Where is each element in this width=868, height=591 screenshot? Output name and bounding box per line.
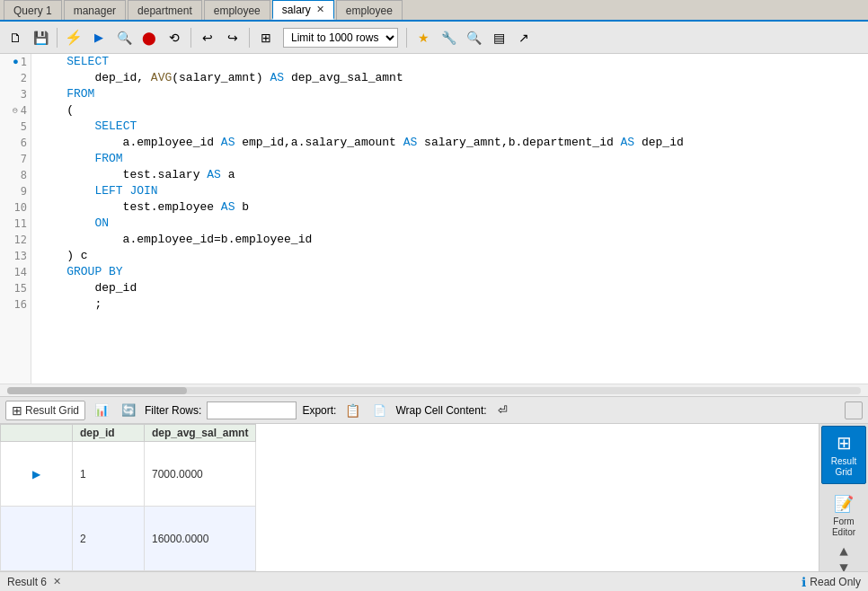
code-line-1: SELECT <box>39 54 861 70</box>
line-number-15: 15 <box>4 280 27 296</box>
scroll-down-button[interactable]: ▼ <box>821 560 866 571</box>
result-label: Result 6 <box>7 576 47 588</box>
keyword: LEFT JOIN <box>94 184 157 198</box>
row-marker-header <box>1 425 73 442</box>
keyword: AS <box>221 136 235 149</box>
line-number-12: 12 <box>4 232 27 248</box>
result-grid[interactable]: dep_id dep_avg_sal_amnt ▶17000.000021600… <box>0 424 819 571</box>
row-arrow: ▶ <box>32 468 40 481</box>
result-grid-tab[interactable]: ⊞ Result Grid <box>5 401 85 420</box>
toolbar: 🗋 💾 ⚡ ▶ 🔍 ⬤ ⟲ ↩ ↪ ⊞ Limit to 1000 rows L… <box>0 22 868 54</box>
code-text: a <box>221 168 235 181</box>
schema-button[interactable]: ▤ <box>487 26 510 49</box>
keyword: GROUP BY <box>66 265 122 278</box>
code-text: ; <box>39 297 102 311</box>
line-number-2: 2 <box>4 70 27 86</box>
code-text: emp_id,a.salary_amount <box>235 136 403 149</box>
scroll-up-button[interactable]: ▲ <box>821 544 866 560</box>
new-file-button[interactable]: 🗋 <box>4 26 27 49</box>
code-line-3: FROM <box>39 86 861 102</box>
table-row[interactable]: ▶17000.0000 <box>1 442 256 507</box>
result-chart-button[interactable]: 📊 <box>91 400 112 421</box>
toggle-button[interactable]: ⊞ <box>254 26 278 49</box>
code-text: a.employee_id=b.employee_id <box>39 233 312 246</box>
code-line-8: test.salary AS a <box>39 167 861 183</box>
line-number-3: 3 <box>4 86 27 102</box>
tab-salary[interactable]: salary ✕ <box>272 0 334 20</box>
code-line-4: ( <box>39 102 861 119</box>
breakpoint-dot: ● <box>13 54 18 70</box>
line-number-14: 14 <box>4 264 27 280</box>
table-row[interactable]: 216000.0000 <box>1 507 256 571</box>
form-editor-sidebar-btn[interactable]: 📝 FormEditor <box>821 488 866 544</box>
tab-department[interactable]: department <box>128 0 202 20</box>
status-left: Result 6 ✕ <box>7 576 794 588</box>
form-editor-sidebar-icon: 📝 <box>834 494 854 514</box>
cell-row0-col0: 1 <box>73 442 145 507</box>
code-text: (salary_amnt) <box>172 71 270 84</box>
wrap-content-button[interactable]: ⏎ <box>492 400 514 421</box>
code-line-16: ; <box>39 296 861 313</box>
collapse-icon[interactable]: ⊖ <box>13 102 18 119</box>
result-grid-sidebar-btn[interactable]: ⊞ ResultGrid <box>821 426 866 484</box>
export-csv-button[interactable]: 📄 <box>368 400 390 421</box>
stop-button[interactable]: ⬤ <box>137 26 161 49</box>
result-toolbar: ⊞ Result Grid 📊 🔄 Filter Rows: Export: 📋… <box>0 397 868 424</box>
editor-area: ●123⊖45678910111213141516 SELECT dep_id,… <box>0 54 868 384</box>
line-number-11: 11 <box>4 216 27 232</box>
limit-select[interactable]: Limit to 1000 rows Limit to 200 rows Don… <box>283 28 398 48</box>
form-editor-sidebar-label: FormEditor <box>832 516 855 538</box>
line-numbers: ●123⊖45678910111213141516 <box>0 54 31 384</box>
redo-button[interactable]: ↪ <box>221 26 244 49</box>
line-number-1: ●1 <box>4 54 27 70</box>
bookmarks-button[interactable]: ★ <box>412 26 435 49</box>
separator1 <box>57 28 58 48</box>
code-line-7: FROM <box>39 151 861 167</box>
search-button[interactable]: 🔍 <box>462 26 485 49</box>
code-line-12: a.employee_id=b.employee_id <box>39 232 861 248</box>
function-name: AVG <box>151 71 172 84</box>
line-number-4: ⊖4 <box>4 102 27 119</box>
code-text <box>39 71 94 84</box>
result-refresh-button[interactable]: 🔄 <box>118 400 139 421</box>
tab-employee1[interactable]: employee <box>204 0 270 20</box>
inspect-button[interactable]: 🔧 <box>437 26 460 49</box>
execute-selection-button[interactable]: ▶ <box>87 26 111 49</box>
copy-row-button[interactable] <box>845 401 863 419</box>
tab-employee2[interactable]: employee <box>336 0 403 20</box>
export-spreadsheet-button[interactable]: 📋 <box>341 400 363 421</box>
line-number-16: 16 <box>4 296 27 313</box>
keyword: FROM <box>94 152 122 165</box>
keyword: ON <box>94 216 109 230</box>
separator2 <box>190 28 191 48</box>
tab-manager[interactable]: manager <box>64 0 126 20</box>
row-marker-1 <box>1 507 73 571</box>
read-only-label: Read Only <box>810 576 861 588</box>
save-button[interactable]: 💾 <box>29 26 52 49</box>
explain-button[interactable]: 🔍 <box>112 26 136 49</box>
code-line-15: dep_id <box>39 280 861 296</box>
export-label: Export: <box>302 404 336 417</box>
refresh-button[interactable]: ⟲ <box>163 26 186 49</box>
col-dep-avg[interactable]: dep_avg_sal_amnt <box>145 425 256 442</box>
tab-close-icon[interactable]: ✕ <box>316 4 324 15</box>
status-close-button[interactable]: ✕ <box>53 576 61 587</box>
tab-query1[interactable]: Query 1 <box>4 0 62 20</box>
undo-button[interactable]: ↩ <box>196 26 219 49</box>
filter-input[interactable] <box>207 401 297 419</box>
code-line-9: LEFT JOIN <box>39 183 861 199</box>
export2-button[interactable]: ↗ <box>512 26 536 49</box>
h-scrollbar[interactable] <box>0 384 868 396</box>
h-scroll-thumb[interactable] <box>7 387 187 394</box>
code-text <box>39 152 94 165</box>
code-text: dep_id <box>634 136 684 149</box>
code-content[interactable]: SELECT dep_id, AVG(salary_amnt) AS dep_a… <box>31 54 868 384</box>
keyword: AS <box>221 200 235 214</box>
data-table: dep_id dep_avg_sal_amnt ▶17000.000021600… <box>0 424 256 571</box>
col-dep-id[interactable]: dep_id <box>73 425 145 442</box>
code-line-5: SELECT <box>39 119 861 135</box>
separator4 <box>406 28 407 48</box>
execute-button[interactable]: ⚡ <box>62 26 85 49</box>
code-text: ( <box>39 103 74 117</box>
wrap-label: Wrap Cell Content: <box>395 404 486 417</box>
